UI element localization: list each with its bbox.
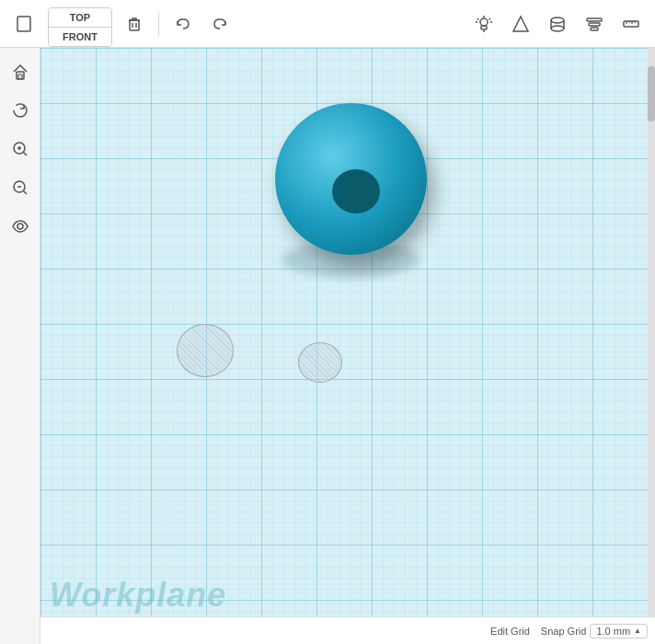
view-front-label: FRONT [49, 28, 111, 46]
viewport-canvas[interactable]: Workplane Edit Grid Snap Grid 1.0 mm ▲ [40, 48, 655, 644]
grid [40, 48, 655, 644]
svg-line-35 [23, 153, 27, 156]
home-button[interactable] [6, 57, 35, 86]
view-top-label: TOP [49, 8, 111, 28]
svg-rect-21 [587, 18, 602, 21]
svg-rect-29 [17, 72, 24, 79]
svg-marker-16 [513, 17, 528, 31]
svg-point-17 [551, 17, 564, 23]
shape-button[interactable] [504, 7, 537, 40]
svg-point-31 [14, 104, 27, 117]
svg-point-20 [551, 26, 564, 31]
toolbar-right-group [467, 7, 648, 40]
light-button[interactable] [467, 7, 500, 40]
zoom-in-button[interactable] [6, 134, 35, 164]
right-scrollbar[interactable] [648, 48, 655, 644]
svg-rect-41 [40, 48, 655, 644]
svg-line-38 [23, 191, 27, 195]
edit-grid-link[interactable]: Edit Grid [490, 626, 530, 637]
svg-rect-15 [481, 26, 487, 29]
undo-button[interactable] [167, 7, 200, 40]
chevron-up-icon: ▲ [634, 627, 641, 635]
snap-grid-value: 1.0 mm [596, 626, 630, 637]
cylinder-button[interactable] [541, 7, 574, 40]
view-button[interactable] [6, 212, 35, 241]
left-sidebar [0, 48, 40, 644]
svg-rect-5 [130, 20, 139, 30]
svg-rect-23 [591, 28, 598, 30]
snap-grid-control: Snap Grid 1.0 mm ▲ [541, 624, 648, 638]
svg-point-39 [17, 224, 23, 229]
ruler-button[interactable] [615, 7, 648, 40]
main-area: Workplane Edit Grid Snap Grid 1.0 mm ▲ [0, 48, 655, 644]
svg-line-11 [477, 18, 479, 20]
redo-button[interactable] [203, 7, 236, 40]
svg-point-8 [480, 18, 488, 26]
viewport-label: TOP FRONT [48, 7, 112, 47]
rotate-button[interactable] [6, 96, 35, 125]
snap-grid-label: Snap Grid [541, 626, 587, 637]
svg-line-12 [489, 18, 491, 20]
toolbar-separator-1 [158, 11, 159, 37]
delete-button[interactable] [118, 7, 151, 40]
zoom-out-button[interactable] [6, 173, 35, 202]
snap-grid-value-control[interactable]: 1.0 mm ▲ [590, 624, 648, 638]
svg-rect-0 [17, 17, 30, 31]
new-button[interactable] [7, 7, 40, 40]
svg-rect-22 [589, 23, 600, 26]
align-button[interactable] [578, 7, 611, 40]
scroll-thumb[interactable] [648, 66, 655, 121]
view-box: TOP FRONT [48, 7, 112, 47]
bottom-bar: Edit Grid Snap Grid 1.0 mm ▲ [40, 616, 655, 644]
